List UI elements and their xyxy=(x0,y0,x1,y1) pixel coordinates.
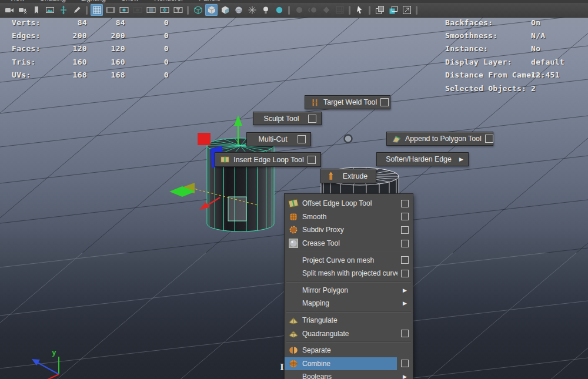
view-axis-gizmo xyxy=(32,357,59,379)
option-box[interactable] xyxy=(308,115,316,123)
toolbar-separator xyxy=(349,6,350,15)
xray-active-icon[interactable] xyxy=(387,4,399,16)
menu-item-separate[interactable]: Separate xyxy=(285,344,413,357)
option-box[interactable] xyxy=(298,135,306,143)
toolbar-separator xyxy=(86,6,88,15)
wireframe-icon[interactable] xyxy=(192,4,204,16)
manipulator-red-plane[interactable] xyxy=(198,133,211,145)
option-box[interactable] xyxy=(485,135,493,143)
menu-item-smooth[interactable]: Smooth xyxy=(285,210,413,224)
marking-item-label: Sculpt Tool xyxy=(258,115,305,123)
marking-item-append-to-polygon-tool[interactable]: Append to Polygon Tool xyxy=(386,132,493,146)
triangulate-icon xyxy=(288,315,299,326)
safe-title-icon[interactable] xyxy=(172,4,184,16)
option-box[interactable] xyxy=(401,330,409,337)
menu-view[interactable]: View xyxy=(9,0,25,2)
crease-tool-icon xyxy=(288,238,299,249)
select-object-icon[interactable] xyxy=(353,4,366,16)
selected-face[interactable] xyxy=(228,197,246,221)
menu-item-label: Mapping xyxy=(302,299,399,307)
option-box[interactable] xyxy=(401,240,409,247)
icon-spacer xyxy=(288,298,299,308)
menu-item-triangulate[interactable]: Triangulate xyxy=(285,314,413,327)
safe-action-icon[interactable] xyxy=(158,4,171,16)
resolution-gate-icon[interactable] xyxy=(118,4,130,16)
camera-select-icon[interactable] xyxy=(16,4,29,16)
combine-icon xyxy=(288,358,299,369)
toolbar-separator xyxy=(288,6,290,15)
grease-pencil-icon[interactable] xyxy=(71,4,83,16)
menu-item-split-mesh-with-projected-curve[interactable]: Split mesh with projected curve xyxy=(285,267,413,280)
menu-panels[interactable]: Panels xyxy=(199,0,220,2)
shaded-icon[interactable] xyxy=(205,4,218,16)
hud-row-distance: Distance From Camera:12.451 xyxy=(445,69,564,82)
hud-row-smoothness: Smoothness:N/A xyxy=(445,29,564,42)
option-box[interactable] xyxy=(401,213,409,220)
isolate-select-icon[interactable] xyxy=(333,4,346,16)
lighting-all-icon[interactable] xyxy=(246,4,258,16)
target-weld-icon xyxy=(310,98,320,108)
marking-item-target-weld-tool[interactable]: Target Weld Tool xyxy=(305,95,390,109)
camera-icon[interactable] xyxy=(3,4,15,16)
multisample-icon[interactable] xyxy=(320,4,332,16)
menu-separator xyxy=(286,281,411,283)
menu-shading[interactable]: Shading xyxy=(40,0,66,2)
menu-separator xyxy=(286,311,411,313)
menu-lighting[interactable]: Lighting xyxy=(81,0,106,2)
menu-item-label: Booleans xyxy=(302,373,399,379)
stray-text: I xyxy=(280,362,284,373)
marking-item-insert-edge-loop-tool[interactable]: Insert Edge Loop Tool xyxy=(215,152,321,167)
option-box[interactable] xyxy=(401,360,409,367)
hud-row-tris: Tris:1601600 xyxy=(12,55,169,68)
manipulator-y-arrow[interactable] xyxy=(234,115,242,126)
option-box[interactable] xyxy=(401,200,409,207)
menu-item-mirror-polygon[interactable]: Mirror Polygon xyxy=(285,284,413,297)
marking-item-soften-harden-edge[interactable]: Soften/Harden Edge xyxy=(376,152,469,166)
option-box[interactable] xyxy=(401,226,409,234)
hud-row-instance: Instance:No xyxy=(445,42,564,55)
marking-item-sculpt-tool[interactable]: Sculpt Tool xyxy=(253,112,322,125)
gate-mask-icon[interactable] xyxy=(131,4,143,16)
menu-item-label: Subdiv Proxy xyxy=(302,226,397,234)
shadows-icon[interactable] xyxy=(273,4,285,16)
film-gate-icon[interactable] xyxy=(104,4,116,16)
marking-item-extrude[interactable]: Extrude xyxy=(320,169,376,183)
field-chart-icon[interactable] xyxy=(145,4,157,16)
marking-item-label: Soften/Harden Edge xyxy=(382,155,456,163)
menu-item-offset-edge-loop-tool[interactable]: Offset Edge Loop Tool xyxy=(285,197,413,210)
separate-icon xyxy=(288,345,299,355)
use-default-material-icon[interactable] xyxy=(232,4,245,16)
menu-item-label: Mirror Polygon xyxy=(302,286,399,294)
option-box[interactable] xyxy=(308,156,316,164)
menu-show[interactable]: Show xyxy=(121,0,139,2)
ssao-icon[interactable] xyxy=(293,4,305,16)
extrude-icon xyxy=(326,171,336,181)
marking-item-multi-cut[interactable]: Multi-Cut xyxy=(246,132,311,146)
offset-edge-loop-icon xyxy=(288,198,299,209)
textured-icon[interactable] xyxy=(219,4,231,16)
menu-item-subdiv-proxy[interactable]: Subdiv Proxy xyxy=(285,223,413,237)
menu-item-label: Triangulate xyxy=(302,316,409,324)
menu-renderer[interactable]: Renderer xyxy=(154,0,183,2)
pan-zoom-icon[interactable] xyxy=(57,4,69,16)
xray-icon[interactable] xyxy=(373,4,386,16)
option-box[interactable] xyxy=(401,270,409,277)
menu-item-project-curve-on-mesh[interactable]: Project Curve on mesh xyxy=(285,253,413,267)
axis-y-label: y xyxy=(52,348,56,357)
option-box[interactable] xyxy=(401,256,409,264)
menu-item-mapping[interactable]: Mapping xyxy=(285,297,413,310)
menu-item-label: Project Curve on mesh xyxy=(302,256,397,264)
image-plane-icon[interactable] xyxy=(44,4,56,16)
option-box[interactable] xyxy=(380,98,389,106)
menu-item-booleans[interactable]: Booleans xyxy=(285,370,413,379)
lighting-bulb-icon[interactable] xyxy=(259,4,272,16)
submenu-arrow-icon xyxy=(403,300,407,306)
bookmark-icon[interactable] xyxy=(30,4,42,16)
menu-item-label: Split mesh with projected curve xyxy=(302,269,397,277)
menu-item-crease-tool[interactable]: Crease Tool xyxy=(285,237,413,250)
menu-item-combine[interactable]: Combine xyxy=(285,357,413,371)
motion-blur-icon[interactable] xyxy=(306,4,319,16)
exposure-icon[interactable] xyxy=(400,4,413,16)
menu-item-quadrangulate[interactable]: Quadrangulate xyxy=(285,327,413,340)
grid-icon[interactable] xyxy=(91,4,103,16)
